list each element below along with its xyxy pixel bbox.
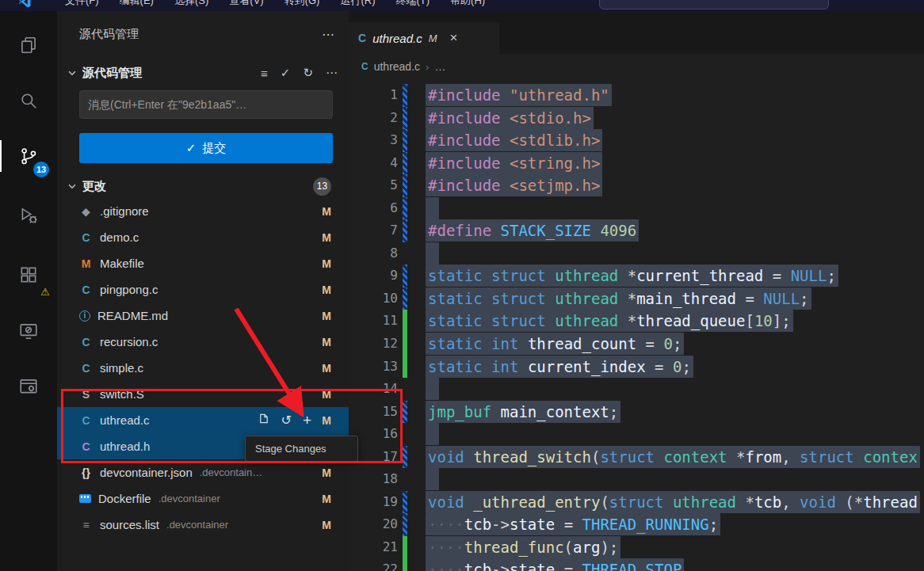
selection-highlight — [426, 378, 439, 400]
code-text: ····tcb->state = THREAD_STOP — [407, 558, 684, 571]
activity-search-icon[interactable] — [10, 82, 48, 120]
list-file-icon: ≡ — [79, 519, 93, 531]
code-line: 17void thread_switch(struct context *fro… — [349, 446, 924, 469]
activity-remote-explorer-icon[interactable] — [10, 312, 48, 350]
vscode-window: 文件(F)编辑(E)选择(S)查看(V)转到(G)运行(R)终端(T)帮助(H)… — [0, 0, 924, 571]
tab-modified-badge: M — [429, 32, 437, 44]
c-file-icon: C — [361, 61, 368, 72]
code-text: static int thread_count = 0; — [407, 333, 684, 356]
selection-highlight: static struct uthread *thread_queue[10]; — [426, 310, 793, 332]
line-number: 10 — [349, 287, 398, 310]
modified-badge: M — [319, 466, 331, 479]
menu-item[interactable]: 运行(R) — [340, 0, 375, 8]
json-icon: {} — [79, 466, 93, 479]
code-line: 10static struct uthread *main_thread = N… — [349, 287, 924, 310]
file-name: devcontainer.json — [100, 466, 193, 479]
code-line: 1#include "uthread.h" — [349, 84, 924, 107]
remote-explorer-icon — [18, 321, 39, 341]
code-text: #include <stdio.h> — [407, 107, 594, 130]
line-number: 7 — [349, 219, 398, 242]
code-text — [407, 423, 439, 446]
explorer-icon — [18, 35, 39, 55]
selection-highlight — [426, 468, 439, 490]
code-line: 12static int thread_count = 0; — [349, 333, 924, 356]
menu-item[interactable]: 查看(V) — [229, 0, 263, 8]
activity-manage-settings-icon[interactable] — [10, 367, 48, 405]
code-text: static struct uthread *thread_queue[10]; — [407, 310, 793, 333]
activity-bar: 13⚠ — [0, 11, 57, 571]
line-number: 5 — [349, 174, 398, 197]
run-debug-icon — [18, 205, 39, 226]
activity-extensions-icon[interactable]: ⚠ — [10, 256, 48, 294]
refresh-icon[interactable]: ↻ — [303, 66, 313, 80]
breadcrumb: C uthread.c › … — [349, 54, 924, 79]
code-text: static int current_index = 0; — [407, 356, 693, 379]
vscode-logo-icon — [17, 0, 32, 9]
code-editor[interactable]: 1#include "uthread.h"2#include <stdio.h>… — [349, 79, 924, 571]
file-name: sources.list — [100, 518, 159, 531]
activity-explorer-icon[interactable] — [10, 26, 48, 64]
chevron-right-icon: › — [426, 61, 429, 73]
menu-item[interactable]: 终端(T) — [395, 0, 430, 8]
scm-section-header[interactable]: 源代码管理 ≡✓↻⋯ — [67, 62, 338, 84]
file-row-demo.c[interactable]: Cdemo.cM — [57, 224, 349, 250]
changes-section-header[interactable]: 更改 13 — [67, 174, 338, 198]
line-number: 21 — [349, 536, 398, 559]
line-number: 19 — [349, 491, 398, 514]
file-name: Makefile — [100, 257, 144, 270]
tab-uthread-c[interactable]: C uthread.c M × — [349, 22, 499, 54]
line-number: 6 — [349, 197, 398, 220]
code-line: 22····tcb->state = THREAD_STOP — [349, 558, 924, 571]
code-line: 15jmp_buf main_context; — [349, 401, 924, 424]
code-line: 6 — [349, 197, 924, 220]
code-text: void thread_switch(struct context *from,… — [407, 446, 920, 469]
activity-source-control-icon[interactable]: 13 — [10, 137, 48, 175]
code-text: ····tcb->state = THREAD_RUNNING; — [407, 513, 720, 536]
title-bar: 文件(F)编辑(E)选择(S)查看(V)转到(G)运行(R)终端(T)帮助(H) — [0, 0, 924, 11]
more-icon[interactable]: ⋯ — [326, 66, 338, 80]
line-number: 1 — [349, 84, 398, 107]
command-center-search[interactable] — [599, 0, 829, 10]
file-row-.gitignore[interactable]: ◆.gitignoreM — [57, 198, 349, 224]
more-icon[interactable]: ⋯ — [322, 27, 334, 42]
code-text — [407, 197, 439, 220]
view-as-list-icon[interactable]: ≡ — [261, 67, 268, 80]
file-row-Dockerfile[interactable]: Dockerfile.devcontainerM — [57, 485, 349, 512]
activity-run-debug-icon[interactable] — [10, 196, 48, 234]
c-file-icon: C — [79, 336, 93, 348]
modified-badge: M — [319, 231, 331, 244]
commit-check-icon[interactable]: ✓ — [281, 66, 291, 80]
breadcrumb-file[interactable]: uthread.c — [374, 60, 420, 73]
selection-highlight: static struct uthread *current_thread = … — [426, 265, 838, 287]
menu-item[interactable]: 帮助(H) — [450, 0, 485, 8]
code-text: #define STACK_SIZE 4096 — [407, 219, 639, 242]
menu-item[interactable]: 转到(G) — [284, 0, 320, 8]
file-name: Dockerfile — [98, 492, 151, 505]
file-row-Makefile[interactable]: MMakefileM — [57, 250, 349, 276]
line-number: 9 — [349, 265, 398, 287]
file-row-sources.list[interactable]: ≡sources.list.devcontainerM — [57, 512, 349, 538]
commit-button[interactable]: ✓ 提交 — [79, 133, 333, 163]
file-name: simple.c — [100, 361, 143, 375]
code-text: ····thread_func(arg); — [407, 536, 620, 559]
breadcrumb-more[interactable]: … — [434, 60, 445, 73]
close-icon[interactable]: × — [450, 30, 458, 46]
menu-item[interactable]: 选择(S) — [174, 0, 208, 8]
commit-message-input[interactable] — [79, 90, 333, 119]
scm-section-actions: ≡✓↻⋯ — [261, 66, 338, 80]
scm-section-title: 源代码管理 — [82, 66, 142, 81]
line-number: 4 — [349, 152, 398, 175]
check-icon: ✓ — [186, 141, 197, 155]
selection-highlight: #include <stdio.h> — [426, 107, 594, 129]
file-path-description: .devcontainer — [158, 493, 220, 504]
selection-highlight: #include <string.h> — [426, 152, 602, 174]
menu-item[interactable]: 文件(F) — [65, 0, 99, 8]
activity-badge: 13 — [33, 162, 49, 177]
selection-highlight: #define STACK_SIZE 4096 — [426, 219, 639, 242]
code-line: 3#include <stdlib.h> — [349, 129, 924, 152]
selection-highlight: #include <setjmp.h> — [426, 174, 602, 196]
menu-item[interactable]: 编辑(E) — [120, 0, 154, 8]
code-line: 21····thread_func(arg); — [349, 536, 924, 559]
file-name: pingpong.c — [100, 283, 158, 296]
file-name: demo.c — [100, 230, 139, 244]
